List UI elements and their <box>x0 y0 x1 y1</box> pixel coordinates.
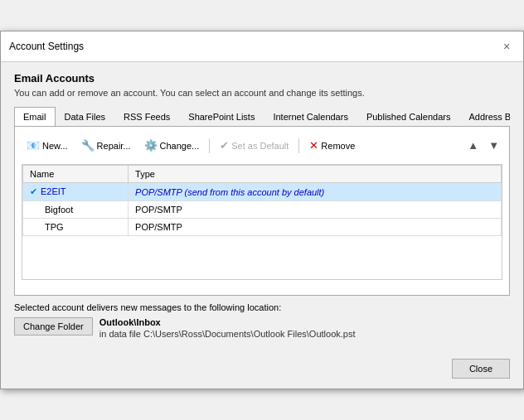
accounts-toolbar: 📧 New... 🔧 Repair... ⚙️ Change... ✔ Set … <box>22 133 502 157</box>
move-down-button[interactable]: ▼ <box>485 138 502 153</box>
new-label: New... <box>42 141 68 151</box>
account-type-cell: POP/SMTP <box>129 219 502 236</box>
repair-label: Repair... <box>97 141 131 151</box>
tab-rss-feeds[interactable]: RSS Feeds <box>114 107 179 127</box>
main-content: Email Accounts You can add or remove an … <box>1 62 523 352</box>
repair-button[interactable]: 🔧 Repair... <box>76 137 136 154</box>
folder-name: Outlook\Inbox <box>99 317 356 327</box>
remove-label: Remove <box>321 141 355 151</box>
account-type-cell: POP/SMTP (send from this account by defa… <box>129 183 502 201</box>
default-icon: ✔ <box>30 186 37 196</box>
account-name: E2EIT <box>41 186 66 196</box>
set-default-button[interactable]: ✔ Set as Default <box>215 137 294 154</box>
account-name-cell: ✔E2EIT <box>23 183 129 201</box>
account-name-cell: TPG <box>23 219 129 236</box>
section-title: Email Accounts <box>14 72 510 84</box>
account-type-cell: POP/SMTP <box>129 201 502 219</box>
title-close-button[interactable]: × <box>498 38 515 55</box>
remove-icon: ✕ <box>309 139 318 152</box>
footer-section: Selected account delivers new messages t… <box>14 296 510 342</box>
dialog-title: Account Settings <box>9 41 84 52</box>
folder-row: Change Folder Outlook\Inbox in data file… <box>14 317 510 339</box>
title-bar: Account Settings × <box>1 31 523 62</box>
change-icon: ⚙️ <box>144 139 158 152</box>
toolbar-separator <box>209 138 210 153</box>
tab-published-calendars[interactable]: Published Calendars <box>357 107 460 127</box>
folder-info: Outlook\Inbox in data file C:\Users\Ross… <box>99 317 356 339</box>
toolbar-separator-2 <box>298 138 299 153</box>
tab-sharepoint-lists[interactable]: SharePoint Lists <box>179 107 264 127</box>
email-tab-content: 📧 New... 🔧 Repair... ⚙️ Change... ✔ Set … <box>14 127 510 296</box>
table-row[interactable]: TPGPOP/SMTP <box>23 219 502 236</box>
tab-internet-calendars[interactable]: Internet Calendars <box>264 107 357 127</box>
table-row[interactable]: BigfootPOP/SMTP <box>23 201 502 219</box>
folder-path: in data file C:\Users\Ross\Documents\Out… <box>99 329 356 339</box>
section-description: You can add or remove an account. You ca… <box>14 88 510 98</box>
account-name: TPG <box>45 222 64 232</box>
table-row[interactable]: ✔E2EITPOP/SMTP (send from this account b… <box>23 183 502 201</box>
new-icon: 📧 <box>27 139 40 152</box>
tab-data-files[interactable]: Data Files <box>56 107 115 127</box>
footer-description: Selected account delivers new messages t… <box>14 302 510 312</box>
account-name: Bigfoot <box>45 205 73 215</box>
tab-address-books[interactable]: Address Books <box>459 107 510 127</box>
move-up-button[interactable]: ▲ <box>464 138 482 153</box>
close-button[interactable]: Close <box>452 359 510 379</box>
account-settings-dialog: Account Settings × Email Accounts You ca… <box>0 31 524 389</box>
set-default-icon: ✔ <box>220 139 229 152</box>
accounts-table: Name Type ✔E2EITPOP/SMTP (send from this… <box>22 165 502 236</box>
dialog-footer: Close <box>1 352 523 389</box>
remove-button[interactable]: ✕ Remove <box>304 137 360 154</box>
repair-icon: 🔧 <box>81 139 95 152</box>
change-folder-button[interactable]: Change Folder <box>14 317 93 336</box>
tab-email[interactable]: Email <box>14 107 56 127</box>
col-type-header: Type <box>129 166 502 183</box>
col-name-header: Name <box>23 166 129 183</box>
change-button[interactable]: ⚙️ Change... <box>139 137 205 154</box>
set-default-label: Set as Default <box>231 141 289 151</box>
accounts-table-container: Name Type ✔E2EITPOP/SMTP (send from this… <box>22 164 502 280</box>
new-button[interactable]: 📧 New... <box>22 137 73 154</box>
change-label: Change... <box>160 141 200 151</box>
account-name-cell: Bigfoot <box>23 201 129 219</box>
tab-bar: Email Data Files RSS Feeds SharePoint Li… <box>14 106 510 127</box>
